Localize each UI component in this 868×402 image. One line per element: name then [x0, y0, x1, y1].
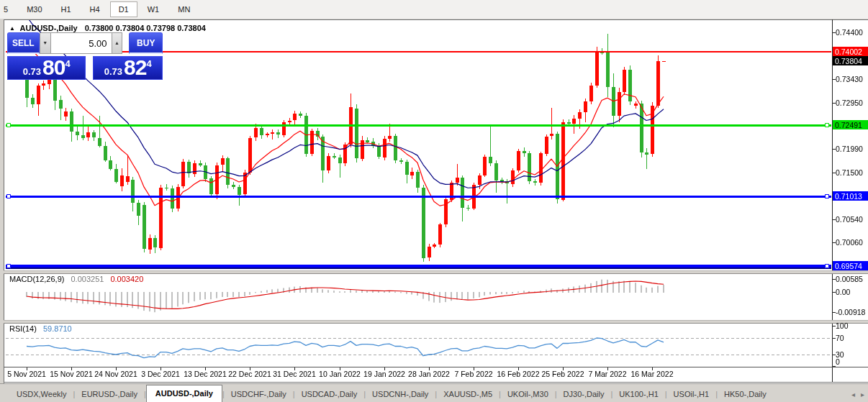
tab-scroll-arrows: ◂ ▸: [851, 390, 864, 398]
sell-price-big: 80: [42, 57, 65, 78]
timeframe-button-d1[interactable]: D1: [110, 1, 137, 17]
buy-price-button[interactable]: 0.73 82 4: [93, 56, 163, 80]
sell-price-prefix: 0.73: [23, 66, 41, 77]
date-axis-label: 25 Feb 2022: [542, 370, 584, 378]
rsi-label: RSI(14) 59.8710: [9, 324, 72, 333]
macd-axis-label: -0.00918: [836, 308, 865, 316]
time-axis-separator: [4, 367, 868, 367]
tab-ukoil-m30[interactable]: UKOil-,M30: [501, 387, 555, 402]
one-click-trading-panel: SELL ▼ ▲ BUY 0.73 80 4 0.73 82 4: [7, 32, 163, 80]
macd-axis-label: 0.00: [836, 288, 850, 296]
date-axis-label: 7 Feb 2022: [454, 370, 492, 378]
timeframe-button-h1[interactable]: H1: [53, 1, 80, 17]
pane-splitter-macd[interactable]: [4, 270, 868, 274]
symbol-tabbar: USDX,Weekly|EURUSD-,Daily|AUDUSD-,Daily|…: [0, 383, 868, 402]
date-axis-label: 15 Nov 2021: [50, 370, 93, 378]
date-axis-label: 5 Nov 2021: [7, 370, 46, 378]
tab-scroll-right-icon[interactable]: ▸: [861, 390, 864, 398]
tab-scroll-left-icon[interactable]: ◂: [851, 390, 855, 398]
tab-xauusd-m5[interactable]: XAUUSD-,M5: [437, 387, 499, 402]
sell-price-sup: 4: [65, 58, 70, 69]
volume-decrease-button[interactable]: ▼: [40, 32, 51, 54]
buy-price-prefix: 0.73: [104, 66, 122, 77]
macd-axis-label: 0.00585: [836, 275, 863, 283]
sell-button[interactable]: SELL: [7, 32, 40, 54]
price-badge: 0.69574: [833, 261, 868, 270]
timeframe-button-h4[interactable]: H4: [81, 1, 109, 17]
buy-button[interactable]: BUY: [129, 32, 163, 54]
chart-collapse-icon: ▲: [9, 25, 15, 32]
rsi-axis-label: 100: [836, 321, 849, 330]
timeframe-button-w1[interactable]: W1: [139, 1, 168, 17]
macd-label: MACD(12,26,9) 0.003251 0.003420: [9, 275, 143, 283]
chart-title-ohlc: 0.73800 0.73804 0.73798 0.73804: [85, 24, 206, 32]
macd-value-main: 0.003251: [71, 275, 104, 283]
price-axis-tick: 0.74400: [836, 28, 863, 37]
price-badge: 0.72491: [833, 120, 868, 129]
date-axis-label: 24 Nov 2021: [94, 370, 137, 378]
macd-value-signal: 0.003420: [110, 275, 143, 283]
rsi-axis-label: 70: [836, 334, 844, 342]
date-axis-label: 19 Jan 2022: [363, 370, 405, 378]
volume-increase-button[interactable]: ▲: [112, 32, 123, 54]
price-badge: 0.73804: [833, 56, 868, 65]
tab-uk100-h1[interactable]: UK100-,H1: [612, 387, 664, 402]
macd-name: MACD(12,26,9): [9, 275, 64, 283]
tab-dj30-daily[interactable]: DJ30-,Daily: [557, 387, 611, 402]
tab-usoil-h1[interactable]: USOil-,H1: [667, 387, 716, 402]
tab-usdchf-daily[interactable]: USDCHF-,Daily: [225, 387, 293, 402]
timeframe-button-5[interactable]: 5: [1, 1, 17, 17]
tab-hk50-daily[interactable]: HK50-,Daily: [718, 387, 773, 402]
date-axis-label: 13 Dec 2021: [184, 370, 227, 378]
tab-usdx-weekly[interactable]: USDX,Weekly: [10, 387, 73, 402]
window-bottom-border: [4, 382, 868, 383]
tab-usdcad-daily[interactable]: USDCAD-,Daily: [295, 387, 364, 402]
price-axis-tick: 0.73430: [836, 75, 863, 83]
rsi-name: RSI(14): [9, 324, 37, 333]
timeframe-button-m30[interactable]: M30: [18, 1, 50, 17]
rsi-axis-label: 0: [836, 357, 840, 366]
price-badge: 0.71013: [833, 191, 868, 201]
sell-price-button[interactable]: 0.73 80 4: [7, 56, 86, 80]
timeframe-toolbar: 5M30H1H4D1W1MN: [0, 0, 868, 19]
price-badge: 0.74002: [833, 47, 868, 56]
date-axis-label: 22 Dec 2021: [228, 370, 271, 378]
price-axis-tick: 0.71500: [836, 168, 863, 177]
date-axis-label: 16 Mar 2022: [631, 370, 674, 378]
price-axis-tick: 0.71990: [836, 145, 863, 153]
buy-price-big: 82: [124, 57, 146, 78]
date-axis-label: 31 Dec 2021: [273, 370, 316, 378]
date-axis-label: 7 Mar 2022: [588, 370, 626, 378]
date-axis-label: 16 Feb 2022: [497, 370, 540, 378]
price-axis-tick: 0.70540: [836, 215, 863, 224]
chart-title: ▲ AUDUSD-,Daily 0.73800 0.73804 0.73798 …: [9, 24, 206, 32]
price-axis-tick: 0.70060: [836, 238, 863, 247]
chart-title-symbol: AUDUSD-,Daily: [20, 24, 78, 32]
price-axis-tick: 0.72950: [836, 99, 863, 107]
tab-audusd-daily[interactable]: AUDUSD-,Daily: [146, 385, 222, 402]
date-axis-label: 28 Jan 2022: [408, 370, 450, 378]
rsi-value: 59.8710: [43, 324, 72, 333]
date-axis-label: 3 Dec 2021: [141, 370, 180, 378]
buy-price-sup: 4: [146, 58, 151, 69]
date-axis-label: 10 Jan 2022: [319, 370, 361, 378]
timeframe-button-mn[interactable]: MN: [169, 1, 199, 17]
tab-usdcnh-daily[interactable]: USDCNH-,Daily: [366, 387, 435, 402]
tab-eurusd-daily[interactable]: EURUSD-,Daily: [75, 387, 144, 402]
volume-input[interactable]: [51, 32, 112, 54]
pane-splitter-rsi[interactable]: [4, 320, 868, 324]
